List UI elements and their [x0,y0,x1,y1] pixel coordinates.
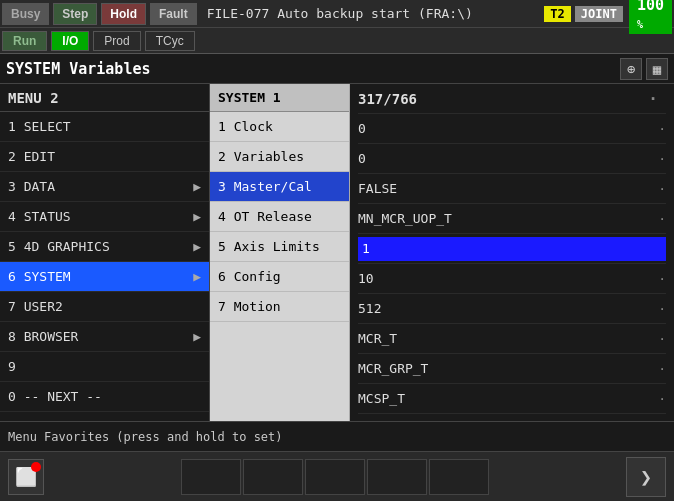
status-text: Menu Favorites (press and hold to set) [8,430,283,444]
value-row: 1 [358,234,666,264]
menu-item-label: 2 EDIT [8,149,55,164]
menu-item[interactable]: 8 BROWSER▶ [0,322,209,352]
value-row: MCR_GRP_T· [358,354,666,384]
percent-badge: 100% [629,0,672,34]
menu-item[interactable]: 2 EDIT [0,142,209,172]
fault-button[interactable]: Fault [150,3,197,25]
joint-badge: JOINT [575,6,623,22]
fkey-4[interactable] [367,459,427,495]
zoom-icon-button[interactable]: ⊕ [620,58,642,80]
main-content: MENU 2 1 SELECT2 EDIT3 DATA▶4 STATUS▶5 4… [0,84,674,421]
row-dot: · [658,211,666,226]
value-row: 0· [358,144,666,174]
row-dot: · [658,271,666,286]
submenu-panel: SYSTEM 1 1 Clock2 Variables3 Master/Cal4… [210,84,350,421]
fkey-5[interactable] [429,459,489,495]
values-rows-container: 0·0·FALSE·MN_MCR_UOP_T·110·512·MCR_T·MCR… [358,114,666,421]
submenu-item[interactable]: 4 OT Release [210,202,349,232]
value-row: 512· [358,294,666,324]
title-row: SYSTEM Variables ⊕ ▦ [0,54,674,84]
page-title: SYSTEM Variables [6,60,620,78]
red-dot-indicator [31,462,41,472]
submenu-item[interactable]: 5 Axis Limits [210,232,349,262]
tcyc-button[interactable]: TCyc [145,31,195,51]
file-title: FILE-077 Auto backup start (FRA:\) [199,6,545,21]
menu-arrow-icon: ▶ [193,269,201,284]
row-dot: · [658,331,666,346]
busy-button[interactable]: Busy [2,3,49,25]
menu-item-label: 9 [8,359,16,374]
second-bar: Run I/O Prod TCyc [0,28,674,54]
menu-item[interactable]: 1 SELECT [0,112,209,142]
menu-header: MENU 2 [0,84,209,112]
menu-panel: MENU 2 1 SELECT2 EDIT3 DATA▶4 STATUS▶5 4… [0,84,210,421]
menu-item-label: 3 DATA [8,179,55,194]
submenu-item[interactable]: 7 Motion [210,292,349,322]
menu-item-label: 8 BROWSER [8,329,78,344]
value-row: [8] of MCSP_GRP_T· [358,414,666,421]
small-icon-button[interactable]: ⬜ [8,459,44,495]
menu-arrow-icon: ▶ [193,329,201,344]
submenu-items-container: 1 Clock2 Variables3 Master/Cal4 OT Relea… [210,112,349,322]
value-row: 10· [358,264,666,294]
row-dot: · [658,301,666,316]
bottom-left: ⬜ [8,459,44,495]
row-dot: · [658,361,666,376]
status-bar: Menu Favorites (press and hold to set) [0,421,674,451]
menu-item-label: 1 SELECT [8,119,71,134]
menu-item[interactable]: 6 SYSTEM▶ [0,262,209,292]
value-row: MCSP_T· [358,384,666,414]
values-panel: 317/766 · 0·0·FALSE·MN_MCR_UOP_T·110·512… [350,84,674,421]
menu-item[interactable]: 3 DATA▶ [0,172,209,202]
value-row: MCR_T· [358,324,666,354]
value-row: 0· [358,114,666,144]
menu-item-label: 0 -- NEXT -- [8,389,102,404]
menu-item[interactable]: 0 -- NEXT -- [0,382,209,412]
fkey-1[interactable] [181,459,241,495]
value-row: MN_MCR_UOP_T· [358,204,666,234]
submenu-item[interactable]: 1 Clock [210,112,349,142]
row-dot: · [658,121,666,136]
bottom-right: ❯ [626,457,666,497]
submenu-item[interactable]: 3 Master/Cal [210,172,349,202]
function-keys [181,459,489,495]
next-nav-button[interactable]: ❯ [626,457,666,497]
row-dot: · [658,151,666,166]
submenu-item[interactable]: 2 Variables [210,142,349,172]
value-highlight: 1 [358,237,666,261]
menu-item[interactable]: 5 4D GRAPHICS▶ [0,232,209,262]
fkey-2[interactable] [243,459,303,495]
io-button[interactable]: I/O [51,31,89,51]
menu-item[interactable]: 9 [0,352,209,382]
grid-icon-button[interactable]: ▦ [646,58,668,80]
menu-items-container: 1 SELECT2 EDIT3 DATA▶4 STATUS▶5 4D GRAPH… [0,112,209,412]
prod-button[interactable]: Prod [93,31,140,51]
menu-item[interactable]: 4 STATUS▶ [0,202,209,232]
row-dot: · [658,181,666,196]
bottom-toolbar: ⬜ ❯ [0,451,674,501]
t2-badge: T2 [544,6,570,22]
menu-item-label: 4 STATUS [8,209,71,224]
submenu-header: SYSTEM 1 [210,84,349,112]
menu-item-label: 7 USER2 [8,299,63,314]
dot-indicator: · [648,89,658,108]
run-button[interactable]: Run [2,31,47,51]
value-row: FALSE· [358,174,666,204]
menu-arrow-icon: ▶ [193,239,201,254]
row-dot: · [658,391,666,406]
fkey-3[interactable] [305,459,365,495]
menu-item-label: 5 4D GRAPHICS [8,239,110,254]
menu-arrow-icon: ▶ [193,179,201,194]
menu-item[interactable]: 7 USER2 [0,292,209,322]
submenu-item[interactable]: 6 Config [210,262,349,292]
hold-button[interactable]: Hold [101,3,146,25]
value-counter: 317/766 · [358,84,666,114]
top-status-bar: Busy Step Hold Fault FILE-077 Auto backu… [0,0,674,28]
step-button[interactable]: Step [53,3,97,25]
menu-item-label: 6 SYSTEM [8,269,71,284]
menu-arrow-icon: ▶ [193,209,201,224]
